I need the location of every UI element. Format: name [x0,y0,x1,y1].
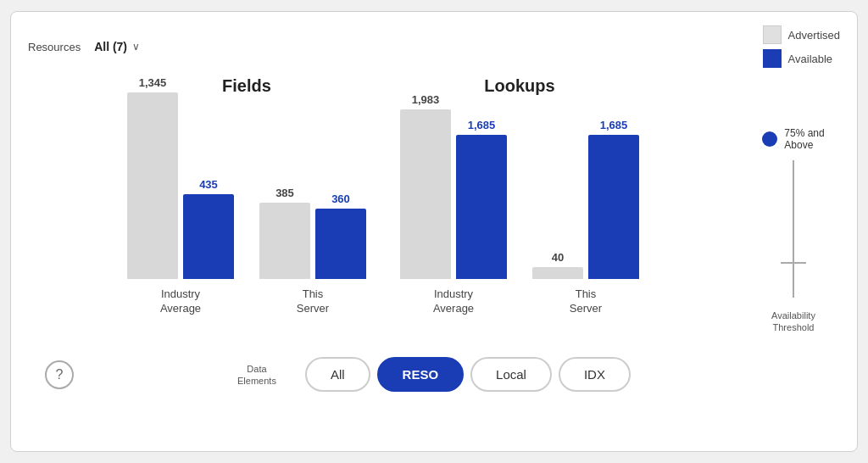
advertised-label: Advertised [788,29,840,42]
resources-dropdown[interactable]: All (7) ∨ [94,40,140,53]
lookups-server-available-bar [588,135,639,279]
resources-value: All (7) [94,40,127,53]
lookups-server-advertised-bar [532,267,583,279]
fields-bar-chart: 1,345 435 IndustryAverage [127,113,366,316]
fields-server-available-bar [315,209,366,279]
lookups-industry-avg-bars: 1,983 1,685 [400,93,507,279]
chevron-down-icon: ∨ [132,41,140,53]
lookups-industry-advertised-value: 1,983 [412,93,440,106]
threshold-section: 75% andAbove AvailabilityThreshold [738,76,840,333]
fields-server-advertised-wrapper: 385 [259,187,310,279]
lookups-server-available-value: 1,685 [600,119,628,131]
tab-reso[interactable]: RESO [377,357,465,392]
lookups-bar-chart: 1,983 1,685 IndustryAverage [400,113,639,316]
gauge-bottom-label: AvailabilityThreshold [771,310,815,334]
legend: Advertised Available [763,25,840,68]
advertised-color-box [763,25,782,44]
gauge-container: 75% andAbove AvailabilityThreshold [762,127,824,333]
fields-industry-advertised-value: 1,345 [139,76,167,89]
gauge-line [793,160,794,262]
lookups-server-advertised-wrapper: 40 [532,251,583,279]
fields-server-advertised-value: 385 [275,187,294,199]
available-color-box [763,49,782,68]
fields-industry-available-value: 435 [199,178,218,191]
lookups-industry-avg-group: 1,983 1,685 IndustryAverage [400,93,507,316]
help-button[interactable]: ? [45,360,74,389]
main-card: Resources All (7) ∨ Advertised Available… [10,11,858,452]
lookups-server-advertised-value: 40 [552,251,564,264]
lookups-industry-available-value: 1,685 [468,119,496,131]
data-elements-label: DataElements [237,363,276,388]
lookups-chart: Lookups 1,983 1,685 [400,76,639,316]
tab-all[interactable]: All [305,357,370,392]
help-icon: ? [56,367,64,382]
lookups-server-label: ThisServer [570,287,602,316]
main-content: Fields 1,345 435 [28,76,840,333]
lookups-industry-advertised-bar [400,109,451,279]
gauge-dot-label: 75% andAbove [784,127,824,152]
fields-server-available-value: 360 [331,192,350,205]
tab-local[interactable]: Local [470,357,552,392]
lookups-server-bars: 40 1,685 [532,119,639,279]
header-row: Resources All (7) ∨ Advertised Available [28,25,840,68]
fields-server-bars: 385 360 [259,187,366,279]
fields-server-available-wrapper: 360 [315,192,366,279]
legend-advertised: Advertised [763,25,840,44]
lookups-server-group: 40 1,685 ThisServer [532,119,639,316]
footer-row: ? DataElements All RESO Local IDX [28,357,840,392]
gauge-tick-left [781,262,793,264]
fields-chart: Fields 1,345 435 [127,76,366,316]
fields-industry-avg-bars: 1,345 435 [127,76,234,279]
gauge-dot-row: 75% andAbove [762,127,824,152]
lookups-industry-available-wrapper: 1,685 [456,119,507,279]
tab-group: All RESO Local IDX [305,357,631,392]
fields-server-advertised-bar [259,203,310,279]
fields-server-label: ThisServer [297,287,329,316]
fields-industry-available-wrapper: 435 [183,178,234,279]
gauge-line-bottom [793,264,794,298]
fields-industry-label: IndustryAverage [160,287,201,316]
gauge-tick-right [794,262,806,264]
lookups-industry-advertised-wrapper: 1,983 [400,93,451,279]
fields-industry-avg-group: 1,345 435 IndustryAverage [127,76,234,316]
tab-idx[interactable]: IDX [559,357,631,392]
fields-server-group: 385 360 ThisServer [259,187,366,316]
fields-industry-advertised-bar [127,92,178,279]
charts-section: Fields 1,345 435 [28,76,738,316]
lookups-industry-label: IndustryAverage [433,287,474,316]
resources-label: Resources [28,41,81,53]
gauge-dot [762,131,777,147]
lookups-server-available-wrapper: 1,685 [588,119,639,279]
legend-available: Available [763,49,833,68]
fields-industry-available-bar [183,194,234,279]
fields-industry-advertised-wrapper: 1,345 [127,76,178,279]
lookups-industry-available-bar [456,135,507,279]
available-label: Available [788,53,833,65]
